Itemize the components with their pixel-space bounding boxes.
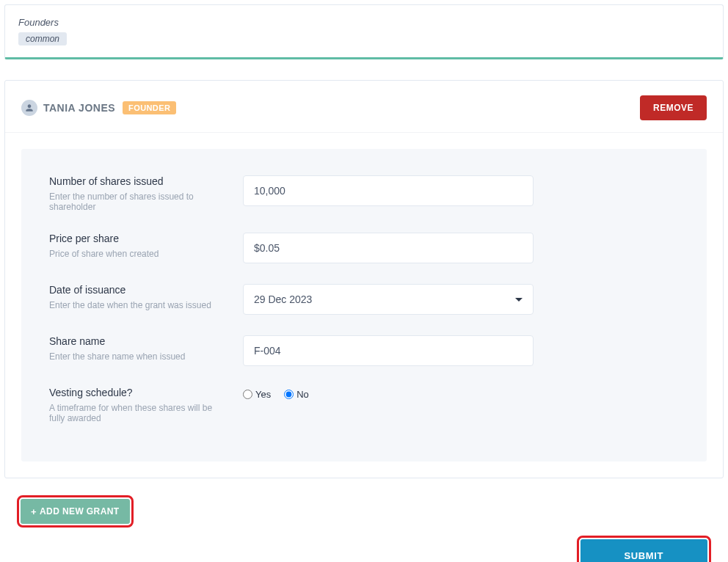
grant-header: TANIA JONES FOUNDER REMOVE xyxy=(5,81,723,133)
vesting-radio-group: Yes No xyxy=(243,387,534,400)
vesting-yes-label: Yes xyxy=(255,389,271,400)
add-new-grant-button[interactable]: + ADD NEW GRANT xyxy=(21,499,130,524)
field-price: Price per share Price of share when crea… xyxy=(49,233,679,263)
grant-form-panel: Number of shares issued Enter the number… xyxy=(21,149,707,461)
share-name-input[interactable] xyxy=(243,335,534,366)
vesting-sublabel: A timeframe for when these shares will b… xyxy=(49,403,228,423)
vesting-label: Vesting schedule? xyxy=(49,387,228,398)
add-grant-label: ADD NEW GRANT xyxy=(40,506,120,517)
share-name-sublabel: Enter the share name when issued xyxy=(49,351,228,362)
shareholder-name: TANIA JONES xyxy=(43,102,115,114)
founders-summary-card: Founders common xyxy=(4,4,724,59)
form-wrap: Number of shares issued Enter the number… xyxy=(5,133,723,478)
shares-input[interactable] xyxy=(243,175,534,206)
field-share-name: Share name Enter the share name when iss… xyxy=(49,335,679,366)
shares-sublabel: Enter the number of shares issued to sha… xyxy=(49,191,228,212)
grant-card: TANIA JONES FOUNDER REMOVE Number of sha… xyxy=(4,80,724,478)
shares-label: Number of shares issued xyxy=(49,175,228,187)
person-block: TANIA JONES FOUNDER xyxy=(21,100,176,116)
chevron-down-icon xyxy=(515,298,523,302)
price-sublabel: Price of share when created xyxy=(49,249,228,259)
actions-bar: + ADD NEW GRANT SUBMIT xyxy=(4,478,724,562)
date-sublabel: Enter the date when the grant was issued xyxy=(49,300,228,310)
avatar-icon xyxy=(21,100,37,116)
submit-button[interactable]: SUBMIT xyxy=(580,539,707,562)
price-input[interactable] xyxy=(243,233,534,263)
date-label: Date of issuance xyxy=(49,284,228,296)
field-date: Date of issuance Enter the date when the… xyxy=(49,284,679,315)
vesting-yes-option[interactable]: Yes xyxy=(243,389,271,400)
share-name-label: Share name xyxy=(49,335,228,347)
date-value: 29 Dec 2023 xyxy=(254,293,312,305)
plus-icon: + xyxy=(31,507,37,517)
price-label: Price per share xyxy=(49,233,228,244)
founders-label: Founders xyxy=(18,17,710,28)
share-class-tag: common xyxy=(18,32,67,45)
field-vesting: Vesting schedule? A timeframe for when t… xyxy=(49,387,679,423)
vesting-no-option[interactable]: No xyxy=(284,389,309,400)
vesting-yes-radio[interactable] xyxy=(243,390,252,399)
date-picker[interactable]: 29 Dec 2023 xyxy=(243,284,534,315)
role-badge: FOUNDER xyxy=(123,101,176,114)
field-shares: Number of shares issued Enter the number… xyxy=(49,175,679,212)
remove-button[interactable]: REMOVE xyxy=(640,95,707,120)
vesting-no-label: No xyxy=(296,389,309,400)
vesting-no-radio[interactable] xyxy=(284,390,294,399)
